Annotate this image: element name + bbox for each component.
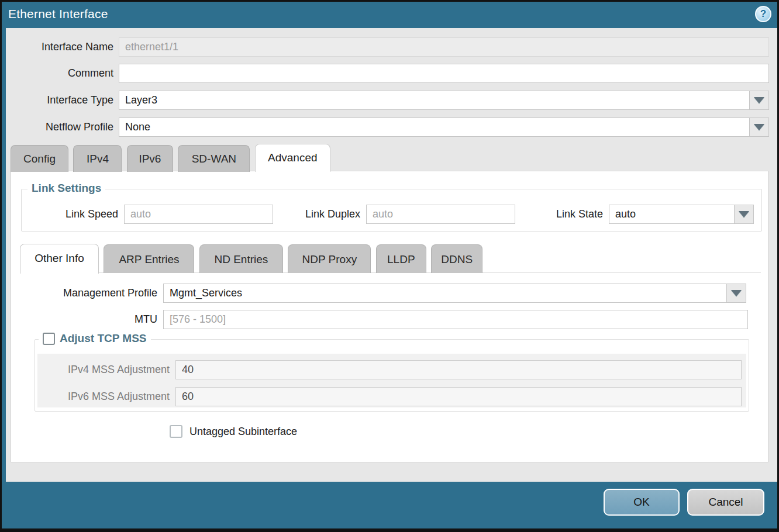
chevron-down-icon — [754, 97, 764, 103]
advanced-tab-panel: Link Settings Link Speed Link Duplex Lin… — [11, 171, 768, 462]
management-profile-row: Management Profile — [11, 284, 746, 303]
interface-type-field[interactable] — [119, 91, 750, 110]
tab-arp-entries[interactable]: ARP Entries — [104, 244, 194, 273]
tab-lldp[interactable]: LLDP — [376, 244, 426, 273]
sub-tab-bar: Other Info ARP Entries ND Entries NDP Pr… — [20, 243, 761, 272]
management-profile-field[interactable] — [163, 284, 727, 303]
ipv4-mss-label: IPv4 MSS Adjustment — [37, 364, 175, 376]
link-state-label: Link State — [535, 208, 609, 220]
adjust-tcp-mss-legend: Adjust TCP MSS — [39, 332, 151, 345]
ok-button[interactable]: OK — [604, 489, 680, 516]
untagged-subinterface-row: Untagged Subinterface — [170, 425, 297, 438]
ipv6-mss-field — [175, 387, 742, 406]
netflow-profile-label: Netflow Profile — [8, 121, 119, 133]
chevron-down-icon — [754, 124, 764, 130]
comment-label: Comment — [8, 67, 119, 80]
tab-ipv4[interactable]: IPv4 — [73, 145, 122, 172]
tab-ddns[interactable]: DDNS — [431, 244, 482, 273]
netflow-profile-field[interactable] — [119, 118, 750, 137]
link-state-row: Link State — [535, 205, 754, 224]
interface-name-label: Interface Name — [8, 41, 119, 53]
link-settings-group: Link Settings Link Speed Link Duplex Lin… — [21, 189, 762, 232]
untagged-subinterface-checkbox[interactable] — [170, 425, 182, 438]
interface-type-dropdown-button[interactable] — [750, 91, 769, 110]
link-duplex-label: Link Duplex — [289, 208, 366, 220]
untagged-subinterface-label: Untagged Subinterface — [189, 426, 297, 438]
netflow-profile-dropdown-button[interactable] — [750, 118, 769, 137]
link-speed-label: Link Speed — [38, 208, 124, 220]
ipv4-mss-row: IPv4 MSS Adjustment — [37, 360, 742, 379]
interface-name-field — [119, 37, 769, 57]
chevron-down-icon — [731, 290, 742, 296]
tab-ipv6[interactable]: IPv6 — [127, 145, 173, 172]
interface-type-label: Interface Type — [8, 94, 119, 106]
tab-ndp-proxy[interactable]: NDP Proxy — [288, 244, 371, 273]
adjust-tcp-mss-checkbox[interactable] — [43, 333, 55, 345]
management-profile-dropdown-button[interactable] — [727, 284, 746, 303]
interface-name-row: Interface Name — [8, 37, 769, 57]
netflow-profile-row: Netflow Profile — [8, 118, 769, 137]
mtu-row: MTU — [11, 310, 748, 329]
link-state-field[interactable] — [609, 205, 735, 224]
mss-disabled-block: IPv4 MSS Adjustment IPv6 MSS Adjustment — [37, 354, 746, 407]
comment-field[interactable] — [119, 64, 769, 83]
mtu-label: MTU — [11, 313, 163, 326]
tab-advanced[interactable]: Advanced — [255, 144, 330, 172]
link-speed-row: Link Speed — [38, 205, 273, 224]
mtu-field[interactable] — [163, 310, 748, 329]
footer-bar: OK Cancel — [2, 482, 777, 528]
link-duplex-field[interactable] — [366, 205, 515, 224]
cancel-button[interactable]: Cancel — [687, 489, 764, 516]
tab-config[interactable]: Config — [11, 145, 68, 172]
title-bar: Ethernet Interface ? — [2, 2, 777, 28]
management-profile-label: Management Profile — [11, 287, 163, 299]
main-tab-bar: Config IPv4 IPv6 SD-WAN Advanced — [11, 144, 333, 171]
tab-other-info[interactable]: Other Info — [20, 244, 99, 274]
dialog-title: Ethernet Interface — [8, 7, 108, 21]
ethernet-interface-dialog: Ethernet Interface ? Interface Name Comm… — [0, 0, 779, 532]
ipv6-mss-label: IPv6 MSS Adjustment — [37, 391, 175, 403]
interface-type-row: Interface Type — [8, 91, 769, 110]
adjust-tcp-mss-label: Adjust TCP MSS — [60, 332, 147, 345]
tab-sd-wan[interactable]: SD-WAN — [178, 145, 250, 172]
ipv6-mss-row: IPv6 MSS Adjustment — [37, 386, 742, 406]
ipv4-mss-field — [175, 360, 742, 379]
link-state-dropdown-button[interactable] — [735, 205, 754, 224]
chevron-down-icon — [739, 211, 749, 217]
link-settings-legend: Link Settings — [27, 182, 105, 195]
help-icon[interactable]: ? — [755, 6, 771, 22]
adjust-tcp-mss-group: Adjust TCP MSS IPv4 MSS Adjustment IPv6 … — [35, 339, 749, 412]
link-duplex-row: Link Duplex — [289, 205, 515, 224]
tab-nd-entries[interactable]: ND Entries — [199, 244, 283, 273]
link-speed-field[interactable] — [124, 205, 273, 224]
left-accent-strip — [2, 28, 6, 528]
comment-row: Comment — [8, 64, 769, 83]
